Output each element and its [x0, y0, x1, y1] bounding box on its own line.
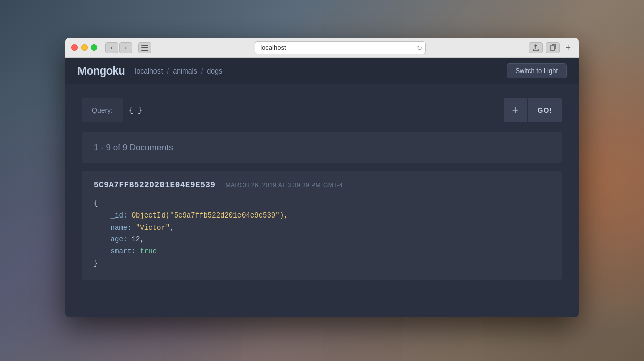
app-header: Mongoku localhost / animals / dogs Switc…: [65, 58, 579, 84]
browser-actions: +: [529, 42, 573, 53]
app-header-left: Mongoku localhost / animals / dogs: [77, 64, 222, 78]
browser-window: ‹ › localhost ↻: [65, 38, 579, 317]
results-count: 1 - 9 of 9 Documents: [94, 142, 173, 152]
breadcrumb-separator-2: /: [201, 67, 203, 75]
document-timestamp: MARCH 26, 2019 AT 3:39:39 PM GMT-4: [225, 182, 343, 189]
maximize-button[interactable]: [91, 44, 97, 51]
close-button[interactable]: [71, 44, 78, 51]
new-tab-button[interactable]: +: [563, 43, 573, 52]
document-header: 5C9A7FFB522D201E04E9E539 MARCH 26, 2019 …: [94, 181, 550, 190]
new-window-button[interactable]: [546, 42, 560, 53]
document-id: 5C9A7FFB522D201E04E9E539: [94, 181, 215, 190]
breadcrumb-separator-1: /: [167, 67, 169, 75]
app-content: Mongoku localhost / animals / dogs Switc…: [65, 58, 579, 317]
main-content: Query: + GO! 1 - 9 of 9 Documents 5C9A7F…: [65, 84, 579, 317]
address-bar-container: localhost ↻: [155, 41, 525, 54]
reload-button[interactable]: ↻: [417, 44, 422, 51]
document-body: { _id: ObjectId("5c9a7ffb522d201e04e9e53…: [94, 198, 550, 270]
breadcrumb-collection[interactable]: dogs: [207, 67, 222, 75]
minimize-button[interactable]: [81, 44, 88, 51]
query-go-button[interactable]: GO!: [527, 98, 562, 122]
address-text: localhost: [260, 44, 286, 51]
query-add-button[interactable]: +: [503, 98, 527, 122]
query-label: Query:: [82, 106, 123, 114]
title-bar: ‹ › localhost ↻: [65, 38, 579, 58]
query-bar: Query: + GO!: [82, 98, 562, 122]
query-input[interactable]: [123, 98, 503, 122]
doc-id-value: 5c9a7ffb522d201e04e9e539: [174, 211, 276, 220]
document-card: 5C9A7FFB522D201E04E9E539 MARCH 26, 2019 …: [82, 171, 562, 280]
breadcrumb-database[interactable]: animals: [173, 67, 197, 75]
address-bar[interactable]: localhost ↻: [255, 41, 426, 54]
breadcrumb: localhost / animals / dogs: [135, 67, 222, 75]
results-panel: 1 - 9 of 9 Documents: [82, 132, 562, 163]
svg-rect-1: [141, 47, 148, 48]
breadcrumb-host[interactable]: localhost: [135, 67, 163, 75]
share-button[interactable]: [529, 42, 543, 53]
forward-button[interactable]: ›: [119, 42, 132, 53]
sidebar-toggle-button[interactable]: [138, 42, 151, 53]
svg-rect-2: [141, 50, 148, 51]
svg-rect-3: [550, 46, 555, 50]
app-logo: Mongoku: [77, 64, 125, 78]
nav-buttons: ‹ ›: [105, 42, 132, 53]
svg-rect-0: [141, 45, 148, 46]
back-button[interactable]: ‹: [105, 42, 118, 53]
switch-theme-button[interactable]: Switch to Light: [507, 63, 567, 78]
traffic-lights: [71, 44, 97, 51]
